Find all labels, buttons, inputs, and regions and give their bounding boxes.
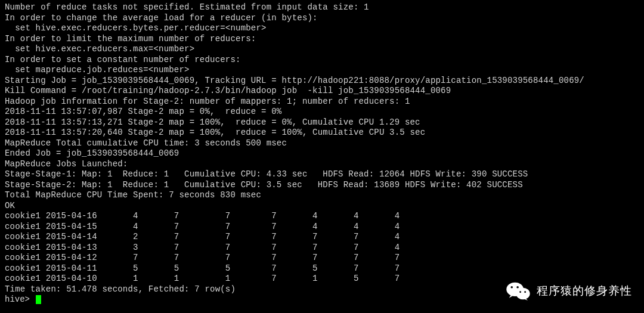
table-row: cookie1 2015-04-16 4 7 7 7 4 4 4 (5, 211, 639, 222)
table-row: cookie1 2015-04-13 3 7 7 7 7 7 4 (5, 243, 639, 253)
table-row: cookie1 2015-04-12 7 7 7 7 7 7 7 (5, 253, 639, 264)
log-line: set hive.exec.reducers.max=<number> (5, 44, 639, 55)
log-line: MapReduce Total cumulative CPU time: 3 s… (5, 138, 639, 149)
log-line: In order to limit the maximum number of … (5, 34, 639, 45)
svg-point-4 (519, 291, 521, 293)
log-line: set mapreduce.job.reduces=<number> (5, 65, 639, 76)
log-line: Number of reduce tasks not specified. Es… (5, 2, 639, 13)
watermark-text: 程序猿的修身养性 (537, 284, 632, 298)
log-line: 2018-11-11 13:57:20,640 Stage-2 map = 10… (5, 128, 639, 138)
wechat-icon (506, 281, 531, 301)
log-line: In order to set a constant number of red… (5, 55, 639, 66)
result-table: cookie1 2015-04-16 4 7 7 7 4 4 4cookie1 … (5, 211, 639, 284)
log-line: Kill Command = /root/training/hadoop-2.7… (5, 86, 639, 97)
table-row: cookie1 2015-04-11 5 5 5 7 5 7 7 (5, 264, 639, 274)
log-line: OK (5, 201, 639, 212)
svg-point-1 (516, 288, 530, 300)
log-line: In order to change the average load for … (5, 13, 639, 24)
log-line: MapReduce Jobs Launched: (5, 159, 639, 170)
log-line: 2018-11-11 13:57:13,271 Stage-2 map = 10… (5, 117, 639, 128)
terminal-output: Number of reduce tasks not specified. Es… (5, 2, 639, 305)
log-line: Ended Job = job_1539039568444_0069 (5, 148, 639, 159)
log-line: Stage-Stage-2: Map: 1 Reduce: 1 Cumulati… (5, 180, 639, 191)
table-row: cookie1 2015-04-14 2 7 7 7 7 7 4 (5, 232, 639, 243)
log-line: 2018-11-11 13:57:07,987 Stage-2 map = 0%… (5, 107, 639, 117)
cursor (36, 295, 41, 304)
log-line: Starting Job = job_1539039568444_0069, T… (5, 76, 639, 86)
svg-point-5 (524, 291, 526, 293)
log-line: set hive.exec.reducers.bytes.per.reducer… (5, 23, 639, 34)
prompt-label: hive> (5, 295, 35, 305)
log-line: Total MapReduce CPU Time Spent: 7 second… (5, 190, 639, 201)
watermark: 程序猿的修身养性 (506, 281, 632, 301)
svg-point-3 (516, 286, 519, 289)
table-row: cookie1 2015-04-15 4 7 7 7 4 4 4 (5, 222, 639, 233)
log-line: Stage-Stage-1: Map: 1 Reduce: 1 Cumulati… (5, 169, 639, 180)
log-line: Hadoop job information for Stage-2: numb… (5, 97, 639, 107)
svg-point-2 (510, 286, 513, 289)
